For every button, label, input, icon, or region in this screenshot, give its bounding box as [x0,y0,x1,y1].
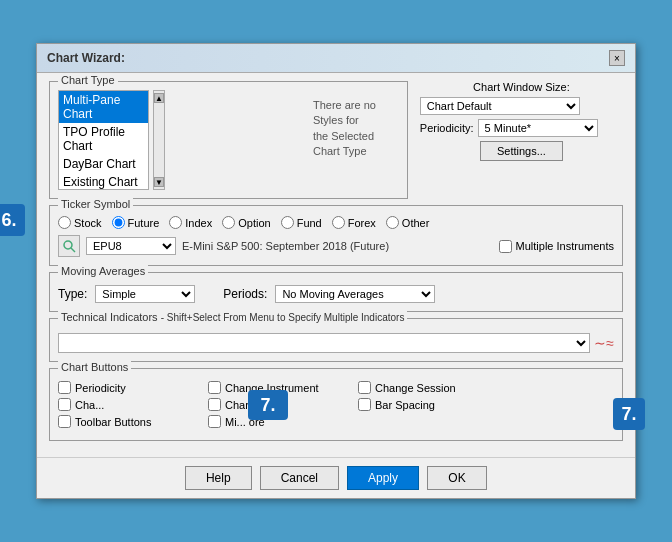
ticker-radio-row: Stock Future Index Option Fund Forex Oth… [58,216,614,229]
chart-wizard-dialog: 6. 7. Chart Wizard: × Chart Type Multi-P… [36,43,636,499]
periodicity-row: Periodicity: 5 Minute* [420,119,623,137]
periods-dropdown[interactable]: No Moving Averages [275,285,435,303]
chart-buttons-row: Periodicity Change Instrument Change Ses… [58,381,614,432]
ticker-search-icon[interactable] [58,235,80,257]
radio-option[interactable]: Option [222,216,270,229]
cb-bar-spacing[interactable]: Bar Spacing [358,398,508,411]
technical-indicators-label: Technical Indicators - Shift+Select From… [58,311,407,323]
svg-line-1 [71,248,75,252]
dialog-title: Chart Wizard: [47,51,125,65]
tech-indicators-dropdown[interactable] [58,333,590,353]
window-size-dropdown[interactable]: Chart Default [420,97,580,115]
list-item-daybar[interactable]: DayBar Chart [59,155,148,173]
moving-averages-row: Type: Simple Periods: No Moving Averages [58,285,614,303]
tech-note: - Shift+Select From Menu to Specify Mult… [161,312,405,323]
periodicity-dropdown[interactable]: 5 Minute* [478,119,598,137]
ticker-dropdown[interactable]: EPU8 [86,237,176,255]
multiple-instruments-check[interactable]: Multiple Instruments [499,240,614,253]
scroll-down[interactable]: ▼ [154,177,164,187]
bottom-bar: Help Cancel Apply OK [37,457,635,498]
ticker-symbol-label: Ticker Symbol [58,198,133,210]
ticker-symbol-group: Ticker Symbol Stock Future Index Option … [49,205,623,266]
list-item-tpo[interactable]: TPO Profile Chart [59,123,148,155]
chart-type-label: Chart Type [58,74,118,86]
step-7-overlay: 7. [248,390,288,420]
radio-other[interactable]: Other [386,216,430,229]
radio-stock[interactable]: Stock [58,216,102,229]
close-button[interactable]: × [609,50,625,66]
chart-type-message: There are no Styles forthe Selected Char… [309,90,399,190]
dialog-body: Chart Type Multi-Pane Chart TPO Profile … [37,73,635,457]
step-7-bubble: 7. [613,398,645,430]
multiple-instruments-checkbox[interactable] [499,240,512,253]
ticker-input-row: EPU8 E-Mini S&P 500: September 2018 (Fut… [58,235,614,257]
scroll-up[interactable]: ▲ [154,93,164,103]
settings-button[interactable]: Settings... [480,141,563,161]
help-button[interactable]: Help [185,466,252,490]
title-bar: Chart Wizard: × [37,44,635,73]
radio-fund[interactable]: Fund [281,216,322,229]
list-item-existing[interactable]: Existing Chart [59,173,148,190]
tech-input-row: ∼≈ [58,333,614,353]
right-panel: Chart Window Size: Chart Default Periodi… [420,81,623,205]
radio-future[interactable]: Future [112,216,160,229]
svg-point-0 [64,241,72,249]
cancel-button[interactable]: Cancel [260,466,339,490]
radio-index[interactable]: Index [169,216,212,229]
ma-type-dropdown[interactable]: Simple [95,285,195,303]
periods-label: Periods: [223,287,267,301]
chart-type-list[interactable]: Multi-Pane Chart TPO Profile Chart DayBa… [58,90,149,190]
multiple-instruments-label: Multiple Instruments [516,240,614,252]
moving-averages-group: Moving Averages Type: Simple Periods: No… [49,272,623,312]
window-size-row: Chart Default [420,97,623,115]
apply-button[interactable]: Apply [347,466,419,490]
periodicity-label: Periodicity: [420,122,474,134]
ok-button[interactable]: OK [427,466,487,490]
type-label: Type: [58,287,87,301]
moving-averages-label: Moving Averages [58,265,148,277]
step-6-bubble: 6. [0,204,25,236]
radio-forex[interactable]: Forex [332,216,376,229]
chart-type-group: Chart Type Multi-Pane Chart TPO Profile … [49,81,408,199]
window-size-heading: Chart Window Size: [420,81,623,93]
ticker-description: E-Mini S&P 500: September 2018 (Future) [182,240,493,252]
cb-periodicity[interactable]: Periodicity [58,381,208,394]
tech-indicator-icon[interactable]: ∼≈ [594,335,614,351]
list-item-multi-pane[interactable]: Multi-Pane Chart [59,91,148,123]
list-scrollbar[interactable]: ▲ ▼ [153,90,165,190]
cb-change-session[interactable]: Change Session [358,381,508,394]
top-row: Chart Type Multi-Pane Chart TPO Profile … [49,81,623,205]
chart-buttons-group: Chart Buttons Periodicity Change Instrum… [49,368,623,441]
chart-buttons-label: Chart Buttons [58,361,131,373]
technical-indicators-group: Technical Indicators - Shift+Select From… [49,318,623,362]
cb-toolbar-buttons[interactable]: Toolbar Buttons [58,415,208,428]
cb-cha-period[interactable]: Cha... 7. [58,398,208,411]
